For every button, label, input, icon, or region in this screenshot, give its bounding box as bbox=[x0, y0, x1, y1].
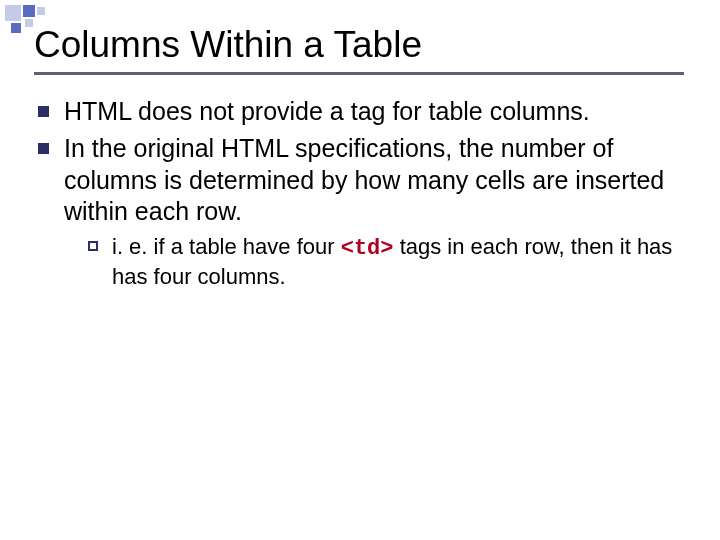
slide-body: HTML does not provide a tag for table co… bbox=[38, 96, 680, 291]
title-underline bbox=[34, 72, 684, 75]
bullet-text: In the original HTML specifications, the… bbox=[64, 134, 664, 225]
bullet-level2-group: i. e. if a table have four <td> tags in … bbox=[88, 233, 680, 291]
code-snippet: <td> bbox=[341, 236, 394, 261]
title-area: Columns Within a Table bbox=[34, 24, 686, 75]
bullet-text: HTML does not provide a tag for table co… bbox=[64, 97, 590, 125]
bullet-text-pre: i. e. if a table have four bbox=[112, 234, 341, 259]
bullet-level2: i. e. if a table have four <td> tags in … bbox=[88, 233, 680, 291]
deco-square bbox=[25, 19, 33, 27]
deco-square bbox=[5, 5, 21, 21]
bullet-level1: HTML does not provide a tag for table co… bbox=[38, 96, 680, 127]
deco-square bbox=[37, 7, 45, 15]
deco-square bbox=[11, 23, 21, 33]
hollow-square-bullet-icon bbox=[88, 241, 98, 251]
square-bullet-icon bbox=[38, 143, 49, 154]
slide: Columns Within a Table HTML does not pro… bbox=[0, 0, 720, 540]
deco-square bbox=[23, 5, 35, 17]
slide-title: Columns Within a Table bbox=[34, 24, 686, 66]
bullet-level1: In the original HTML specifications, the… bbox=[38, 133, 680, 227]
square-bullet-icon bbox=[38, 106, 49, 117]
